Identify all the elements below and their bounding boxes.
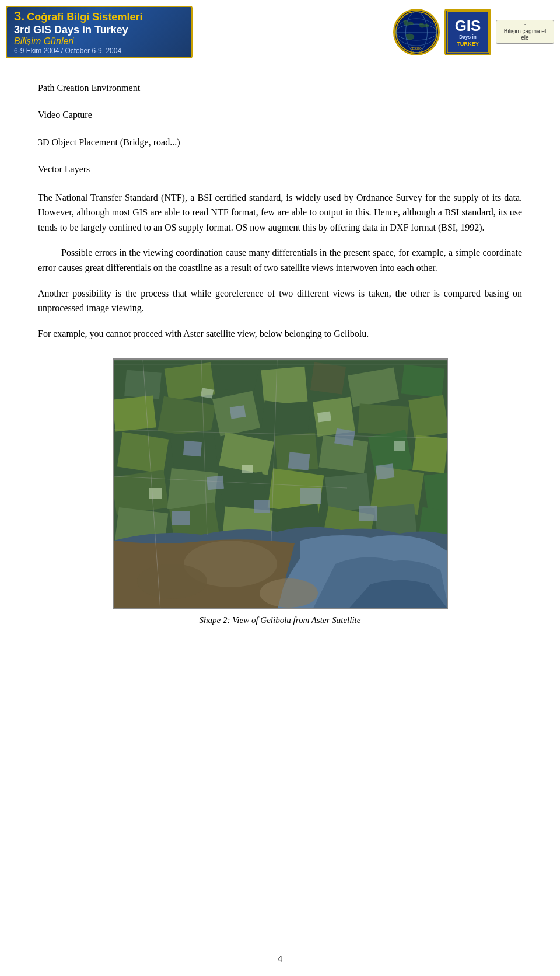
svg-rect-19 — [401, 365, 444, 398]
svg-rect-62 — [149, 488, 162, 499]
paragraph-ntf: The National Transfer Standard (NTF), a … — [38, 190, 522, 235]
banner-subtitle: Bilişim Günleri — [14, 36, 184, 47]
svg-rect-50 — [288, 452, 310, 471]
banner-title-en: 3rd GIS Days in Turkey — [14, 24, 184, 36]
svg-rect-26 — [408, 395, 448, 438]
banner-date: 6-9 Ekim 2004 / October 6-9, 2004 — [14, 47, 184, 55]
svg-rect-54 — [254, 500, 270, 513]
svg-rect-61 — [394, 441, 405, 451]
svg-rect-16 — [261, 367, 307, 405]
main-content: Path Creation Environment Video Capture … — [0, 64, 560, 672]
svg-rect-52 — [334, 428, 355, 447]
svg-rect-56 — [172, 511, 190, 525]
svg-point-65 — [260, 578, 318, 608]
svg-rect-48 — [183, 441, 201, 457]
svg-rect-71 — [114, 360, 448, 361]
banner-title-tr: Coğrafi Bilgi Sistemleri — [27, 11, 142, 23]
svg-rect-72 — [114, 362, 448, 362]
svg-rect-53 — [375, 464, 394, 480]
svg-rect-49 — [229, 406, 246, 419]
image-caption: Shape 2: View of Gelibolu from Aster Sat… — [200, 615, 361, 625]
item-3d-placement: 3D Object Placement (Bridge, road...) — [38, 136, 522, 149]
item-video-capture: Video Capture — [38, 109, 522, 121]
paragraph-aster: For example, you cannot proceed with Ast… — [38, 326, 522, 341]
bilisim-text: Bilişim çağına el ele — [501, 28, 549, 41]
conf-number: 3. — [14, 9, 24, 24]
item-vector-layers: Vector Layers — [38, 163, 522, 176]
item-path-creation: Path Creation Environment — [38, 82, 522, 95]
paragraph-possibility: Another possibility is the process that … — [38, 286, 522, 316]
header-banner: 3. Coğrafi Bilgi Sistemleri 3rd GIS Days… — [0, 0, 560, 64]
svg-rect-60 — [242, 465, 253, 473]
bilisim-badge: " Bilişim çağına el ele — [496, 20, 554, 44]
header-left: 3. Coğrafi Bilgi Sistemleri 3rd GIS Days… — [6, 6, 387, 58]
svg-rect-20 — [114, 396, 156, 432]
header-right: CBS 2004 GIS Days in TURKEY " Bilişim ça… — [393, 9, 554, 55]
paragraph-errors: Possible errors in the viewing coordinat… — [38, 245, 522, 275]
svg-rect-27 — [117, 432, 168, 474]
svg-rect-55 — [300, 488, 321, 504]
satellite-svg — [114, 360, 448, 609]
svg-rect-51 — [206, 476, 224, 490]
svg-rect-17 — [310, 362, 345, 395]
svg-text:GIS: GIS — [455, 18, 481, 34]
satellite-image-container: Shape 2: View of Gelibolu from Aster Sat… — [38, 358, 522, 625]
banner-main: 3. Coğrafi Bilgi Sistemleri 3rd GIS Days… — [6, 6, 192, 58]
svg-text:TURKEY: TURKEY — [457, 41, 480, 47]
globe-logo: CBS 2004 — [393, 9, 440, 55]
svg-point-64 — [137, 564, 207, 599]
page-number: 4 — [278, 954, 282, 964]
gis-logo: GIS Days in TURKEY — [444, 9, 491, 55]
svg-rect-73 — [114, 364, 448, 365]
satellite-image — [113, 358, 448, 609]
svg-rect-57 — [359, 506, 377, 521]
svg-text:CBS 2004: CBS 2004 — [410, 47, 422, 50]
svg-rect-23 — [260, 401, 310, 438]
svg-rect-33 — [412, 435, 448, 473]
svg-text:Days in: Days in — [459, 34, 477, 40]
svg-rect-59 — [317, 412, 331, 423]
svg-rect-13 — [124, 370, 162, 399]
